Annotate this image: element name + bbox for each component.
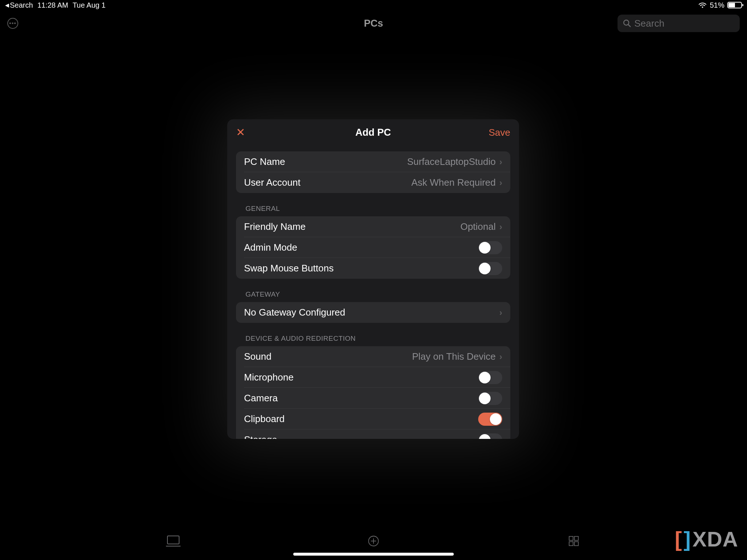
chevron-right-icon: › [499,222,502,232]
search-placeholder: Search [634,18,664,29]
nav-bar: ••• PCs Search [0,10,747,36]
row-user-account[interactable]: User Account Ask When Required › [236,172,510,193]
monitor-icon [166,534,181,548]
row-clipboard: Clipboard [236,409,510,429]
chevron-right-icon: › [499,352,502,362]
status-date: Tue Aug 1 [73,1,105,9]
modal-header: ✕ Add PC Save [227,119,519,146]
row-storage: Storage [236,429,510,439]
more-button[interactable]: ••• [7,18,18,29]
clipboard-label: Clipboard [244,413,285,425]
clipboard-toggle[interactable] [478,413,502,426]
camera-label: Camera [244,393,278,404]
plus-circle-icon [366,534,381,548]
group-redirect: Sound Play on This Device › Microphone C… [236,346,510,439]
group-general: Friendly Name Optional › Admin Mode Swap… [236,216,510,279]
tab-workspaces[interactable] [565,534,582,548]
row-pc-name[interactable]: PC Name SurfaceLaptopStudio › [236,151,510,172]
bracket-right-icon: ] [684,527,691,551]
svg-rect-2 [167,536,179,544]
svg-rect-8 [574,536,578,540]
modal-title: Add PC [355,127,391,138]
svg-rect-10 [574,542,578,546]
admin-mode-toggle[interactable] [478,241,502,254]
svg-rect-9 [569,542,573,546]
back-triangle-icon: ◀ [5,2,9,8]
camera-toggle[interactable] [478,392,502,405]
admin-mode-label: Admin Mode [244,242,297,253]
back-app-label: Search [10,1,33,9]
xda-text: XDA [693,527,738,551]
home-indicator[interactable] [293,553,454,556]
gateway-label: No Gateway Configured [244,307,345,318]
svg-line-1 [628,24,630,27]
tab-pcs[interactable] [165,534,182,548]
page-title: PCs [364,18,383,29]
row-admin-mode: Admin Mode [236,237,510,258]
chevron-right-icon: › [499,178,502,188]
bracket-left-icon: [ [675,527,682,551]
section-header-general: General [236,193,510,216]
pc-name-label: PC Name [244,156,285,167]
search-icon [623,19,631,28]
section-header-redirect: Device & Audio Redirection [236,323,510,346]
status-left: ◀ Search 11:28 AM Tue Aug 1 [5,1,105,9]
group-connection: PC Name SurfaceLaptopStudio › User Accou… [236,151,510,193]
chevron-right-icon: › [499,157,502,167]
close-button[interactable]: ✕ [236,127,245,138]
svg-rect-7 [569,536,573,540]
user-account-label: User Account [244,177,301,188]
section-header-gateway: Gateway [236,279,510,302]
sound-label: Sound [244,351,271,362]
storage-toggle[interactable] [478,433,502,439]
search-input[interactable]: Search [618,15,740,32]
row-sound[interactable]: Sound Play on This Device › [236,346,510,367]
row-camera: Camera [236,388,510,409]
microphone-toggle[interactable] [478,371,502,384]
sound-value: Play on This Device [412,351,496,362]
group-gateway: No Gateway Configured › [236,302,510,323]
row-swap-mouse: Swap Mouse Buttons [236,258,510,279]
grid-icon [566,534,581,548]
friendly-name-value: Optional [460,221,496,232]
ellipsis-icon: ••• [9,20,16,27]
storage-label: Storage [244,434,277,439]
wifi-icon [698,2,707,8]
microphone-label: Microphone [244,372,294,383]
xda-watermark: [ ] XDA [675,527,738,551]
pc-name-value: SurfaceLaptopStudio [407,156,496,167]
tab-add[interactable] [365,534,382,548]
row-friendly-name[interactable]: Friendly Name Optional › [236,216,510,237]
modal-body[interactable]: PC Name SurfaceLaptopStudio › User Accou… [227,146,519,439]
status-bar: ◀ Search 11:28 AM Tue Aug 1 51% [0,0,747,10]
swap-mouse-toggle[interactable] [478,262,502,275]
add-pc-modal: ✕ Add PC Save PC Name SurfaceLaptopStudi… [227,119,519,439]
back-to-app[interactable]: ◀ Search [5,1,33,9]
user-account-value: Ask When Required [411,177,496,188]
status-right: 51% [698,1,742,9]
chevron-right-icon: › [499,308,502,318]
close-icon: ✕ [236,126,245,138]
swap-mouse-label: Swap Mouse Buttons [244,263,334,274]
row-microphone: Microphone [236,367,510,388]
battery-percent: 51% [710,1,724,9]
row-gateway[interactable]: No Gateway Configured › [236,302,510,323]
friendly-name-label: Friendly Name [244,221,306,232]
battery-icon [727,2,742,8]
save-button[interactable]: Save [489,127,510,138]
status-time: 11:28 AM [37,1,68,9]
